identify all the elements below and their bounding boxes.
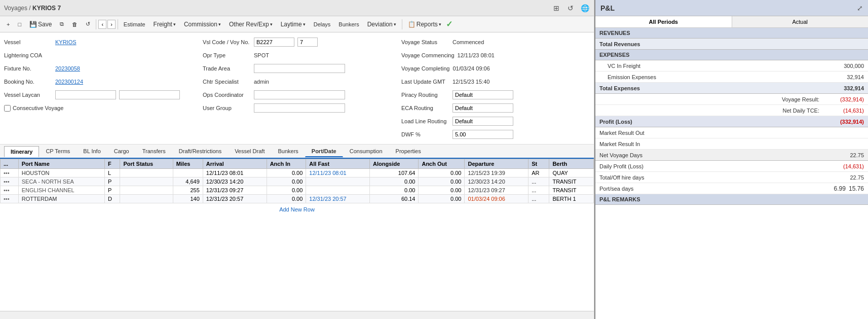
voyage-commencing-value: 12/11/23 08:01 [458, 52, 495, 58]
booking-value[interactable]: 202300124 [55, 79, 83, 85]
row-menu[interactable]: ••• [1, 169, 19, 178]
trade-area-label: Trade Area [203, 65, 251, 72]
row-departure: 12/30/23 14:20 [465, 178, 529, 186]
row-arrival: 12/30/23 14:20 [203, 178, 267, 186]
commission-dropdown[interactable]: Commission ▾ [180, 19, 224, 29]
total-revenues-label: Total Revenues [599, 41, 823, 47]
piracy-routing-input[interactable] [452, 90, 513, 99]
add-new-row[interactable]: Add New Row [0, 203, 594, 216]
row-miles: 4,649 [173, 178, 203, 186]
row-menu[interactable]: ••• [1, 195, 19, 203]
new-button[interactable]: □ [14, 20, 25, 29]
tab-cp-terms[interactable]: CP Terms [39, 146, 77, 157]
bunkers-button[interactable]: Bunkers [335, 20, 362, 29]
row-arrival: 12/31/23 20:57 [203, 195, 267, 203]
user-group-input[interactable] [254, 103, 345, 113]
vc-in-freight-label: VC In Freight [599, 63, 823, 69]
col-anch-out: Anch Out [419, 159, 465, 169]
row-anch-in: 0.00 [267, 186, 306, 195]
row-menu[interactable]: ••• [1, 178, 19, 186]
profit-loss-row: Profit (Loss) (332,914) [595, 116, 868, 127]
table-row[interactable]: ••• ROTTERDAM D 140 12/31/23 20:57 0.00 … [1, 195, 594, 203]
user-group-label: User Group [203, 105, 251, 111]
laycan-input-start[interactable] [55, 90, 116, 99]
tab-draft-restrictions[interactable]: Draft/Restrictions [172, 146, 228, 157]
grid-icon[interactable]: ⊞ [551, 3, 561, 13]
row-all-fast: 12/11/23 08:01 [306, 169, 370, 178]
dwf-label: DWF % [401, 131, 449, 137]
trade-area-input[interactable] [254, 64, 345, 73]
row-anch-in: 0.00 [267, 169, 306, 178]
row-menu[interactable]: ••• [1, 186, 19, 195]
globe-icon[interactable]: 🌐 [580, 3, 590, 13]
delays-button[interactable]: Delays [310, 20, 334, 29]
copy-button[interactable]: ⧉ [56, 19, 67, 29]
refresh-button[interactable]: ↺ [82, 19, 94, 29]
table-row[interactable]: ••• HOUSTON L 12/11/23 08:01 0.00 12/11/… [1, 169, 594, 178]
row-miles: 140 [173, 195, 203, 203]
voy-no-input[interactable] [297, 38, 318, 47]
laytime-dropdown[interactable]: Laytime ▾ [277, 19, 309, 29]
total-off-hire-row: Total/Off hire days 22.75 [595, 172, 868, 183]
col-port-name: Port Name [18, 159, 104, 169]
laycan-input-end[interactable] [119, 90, 180, 99]
voyage-result-value: (332,914) [823, 96, 864, 102]
market-result-out-label: Market Result Out [599, 130, 823, 136]
add-button[interactable]: + [3, 20, 13, 29]
save-button[interactable]: 💾 Save [26, 19, 55, 29]
vsl-code-input[interactable] [254, 38, 294, 47]
load-line-label: Load Line Routing [401, 118, 449, 124]
pl-tab-actual[interactable]: Actual [732, 16, 869, 27]
port-sea-days-label: Port/sea days [599, 186, 823, 192]
opr-type-label: Opr Type [203, 52, 251, 58]
vc-in-freight-row: VC In Freight 300,000 [595, 60, 868, 72]
tab-vessel-draft[interactable]: Vessel Draft [228, 146, 271, 157]
lightering-label: Lightering COA [4, 52, 52, 58]
estimate-button[interactable]: Estimate [120, 20, 149, 29]
tab-bl-info[interactable]: BL Info [77, 146, 107, 157]
check-icon: ✓ [446, 19, 452, 29]
tab-bunkers[interactable]: Bunkers [271, 146, 305, 157]
tab-itinerary[interactable]: Itinerary [4, 146, 39, 157]
next-button[interactable]: › [107, 20, 116, 29]
col-arrival: Arrival [203, 159, 267, 169]
pl-remarks-header: P&L REMARKS [595, 194, 868, 205]
other-rev-dropdown[interactable]: Other Rev/Exp ▾ [225, 19, 276, 29]
deviation-dropdown[interactable]: Deviation ▾ [364, 19, 400, 29]
pl-tab-all-periods[interactable]: All Periods [595, 16, 732, 27]
vessel-value[interactable]: KYRIOS [55, 39, 77, 45]
eca-routing-input[interactable] [452, 103, 513, 113]
tab-consumption[interactable]: Consumption [343, 146, 389, 157]
ops-coordinator-input[interactable] [254, 90, 345, 99]
tab-port-date[interactable]: Port/Date [305, 146, 343, 157]
table-row[interactable]: ••• SECA - NORTH SEA P 4,649 12/30/23 14… [1, 178, 594, 186]
freight-dropdown[interactable]: Freight ▾ [150, 19, 179, 29]
horizontal-scrollbar[interactable] [0, 311, 594, 319]
tab-properties[interactable]: Properties [389, 146, 428, 157]
profit-loss-value: (332,914) [823, 119, 864, 125]
refresh-header-icon[interactable]: ↺ [565, 3, 576, 13]
row-all-fast: 12/31/23 20:57 [306, 195, 370, 203]
row-arrival: 12/11/23 08:01 [203, 169, 267, 178]
col-anch-in: Anch In [267, 159, 306, 169]
tab-cargo[interactable]: Cargo [107, 146, 136, 157]
table-row[interactable]: ••• ENGLISH CHANNEL P 255 12/31/23 09:27… [1, 186, 594, 195]
row-f: L [104, 169, 120, 178]
dwf-input[interactable] [452, 130, 513, 139]
tab-transfers[interactable]: Transfers [136, 146, 172, 157]
voyage-result-row: Voyage Result: (332,914) [595, 94, 868, 105]
col-departure: Departure [465, 159, 529, 169]
row-berth: QUAY [549, 169, 594, 178]
load-line-input[interactable] [452, 117, 513, 126]
reports-arrow: ▾ [439, 22, 441, 27]
profit-loss-label: Profit (Loss) [599, 119, 823, 125]
consecutive-checkbox[interactable] [4, 105, 11, 112]
prev-button[interactable]: ‹ [98, 20, 106, 29]
delete-button[interactable]: 🗑 [68, 20, 81, 29]
col-berth: Berth [549, 159, 594, 169]
reports-dropdown[interactable]: 📋 Reports ▾ [404, 19, 445, 29]
pl-title: P&L [600, 4, 615, 12]
pl-expand-icon[interactable]: ⤢ [857, 4, 863, 12]
row-miles: 255 [173, 186, 203, 195]
fixture-value[interactable]: 20230058 [55, 65, 80, 72]
